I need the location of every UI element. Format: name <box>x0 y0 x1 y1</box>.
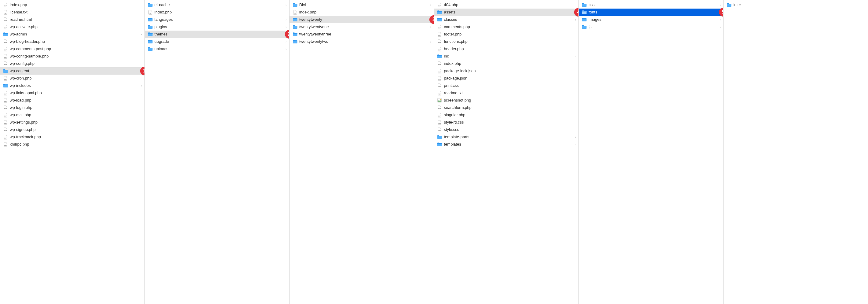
file-item[interactable]: PHPindex.php <box>0 1 145 8</box>
svg-text:PHP: PHP <box>4 115 7 117</box>
file-item[interactable]: PHPwp-comments-post.php <box>0 45 145 53</box>
file-icon: CSS <box>437 120 442 125</box>
folder-item[interactable]: fonts›5 <box>579 8 723 16</box>
file-item[interactable]: PHPwp-cron.php <box>0 75 145 82</box>
file-item[interactable]: PHPwp-config.php <box>0 60 145 67</box>
finder-column[interactable]: PHP404.phpassets›4classes›PHPcomments.ph… <box>434 0 579 304</box>
svg-text:PHP: PHP <box>4 122 7 124</box>
item-label: package-lock.json <box>444 67 576 75</box>
file-item[interactable]: PHPindex.php <box>434 60 579 67</box>
file-icon: PHP <box>3 90 8 95</box>
file-icon: PHP <box>437 25 442 29</box>
file-item[interactable]: PHPindex.php <box>145 8 289 16</box>
chevron-right-icon: › <box>719 18 721 21</box>
file-item[interactable]: screenshot.png <box>434 96 579 104</box>
folder-icon <box>437 142 442 147</box>
file-item[interactable]: CSSstyle.css <box>434 126 579 133</box>
annotation-badge: 4 <box>574 8 579 17</box>
finder-column[interactable]: css›fonts›5images›js› <box>579 0 723 304</box>
file-item[interactable]: PHPwp-mail.php <box>0 111 145 119</box>
item-label: twentytwentyone <box>299 23 429 31</box>
folder-item[interactable]: Divi› <box>289 1 434 8</box>
folder-item[interactable]: images› <box>579 16 723 23</box>
finder-column[interactable]: inter <box>723 0 868 304</box>
folder-icon <box>292 17 298 22</box>
folder-item[interactable]: js› <box>579 23 723 31</box>
file-icon: PHP <box>3 76 8 81</box>
folder-icon <box>148 47 153 51</box>
file-item[interactable]: PHPwp-trackback.php <box>0 133 145 141</box>
folder-item[interactable]: templates› <box>434 141 579 148</box>
svg-text:PHP: PHP <box>4 57 7 58</box>
folder-item[interactable]: classes› <box>434 16 579 23</box>
file-item[interactable]: PHPfunctions.php <box>434 38 579 45</box>
item-label: index.php <box>155 8 287 16</box>
item-label: wp-cron.php <box>10 75 142 82</box>
folder-item[interactable]: upgrade› <box>145 38 289 45</box>
folder-item[interactable]: wp-content›1 <box>0 67 145 75</box>
file-item[interactable]: PHPwp-links-opml.php <box>0 89 145 96</box>
item-label: js <box>589 23 718 31</box>
item-label: wp-comments-post.php <box>10 45 142 53</box>
file-item[interactable]: PHPsearchform.php <box>434 104 579 111</box>
file-item[interactable]: PHPwp-settings.php <box>0 119 145 126</box>
folder-item[interactable]: assets›4 <box>434 8 579 16</box>
file-item[interactable]: PHPcomments.php <box>434 23 579 31</box>
folder-item[interactable]: languages› <box>145 16 289 23</box>
folder-item[interactable]: css› <box>579 1 723 8</box>
file-item[interactable]: PHPwp-activate.php <box>0 23 145 31</box>
finder-column[interactable]: Divi›PHPindex.phptwentytwenty›3twentytwe… <box>289 0 434 304</box>
item-label: readme.txt <box>444 89 576 96</box>
folder-item[interactable]: inc› <box>434 53 579 60</box>
file-item[interactable]: PHPheader.php <box>434 45 579 53</box>
folder-item[interactable]: twentytwentytwo› <box>289 38 434 45</box>
finder-column[interactable]: et-cache›PHPindex.phplanguages›plugins›t… <box>145 0 289 304</box>
folder-item[interactable]: twentytwenty›3 <box>289 16 434 23</box>
file-item[interactable]: PHPwp-blog-header.php <box>0 38 145 45</box>
file-item[interactable]: PHPwp-load.php <box>0 96 145 104</box>
folder-item[interactable]: inter <box>723 1 868 8</box>
item-label: css <box>589 1 718 8</box>
file-item[interactable]: PHPindex.php <box>289 8 434 16</box>
svg-text:PHP: PHP <box>438 5 441 7</box>
annotation-badge: 5 <box>719 8 723 17</box>
file-item[interactable]: JSONpackage.json <box>434 75 579 82</box>
file-item[interactable]: PHPxmlrpc.php <box>0 141 145 148</box>
file-item[interactable]: PHPwp-login.php <box>0 104 145 111</box>
chevron-right-icon: › <box>141 32 142 36</box>
folder-icon <box>726 2 732 7</box>
item-label: themes <box>155 31 284 38</box>
folder-item[interactable]: themes›2 <box>145 31 289 38</box>
folder-item[interactable]: template-parts› <box>434 133 579 141</box>
folder-item[interactable]: twentytwentythree› <box>289 31 434 38</box>
svg-text:PHP: PHP <box>438 49 441 51</box>
item-label: wp-config-sample.php <box>10 53 142 60</box>
item-label: style-rtl.css <box>444 119 576 126</box>
item-label: wp-trackback.php <box>10 133 142 141</box>
svg-text:TXT: TXT <box>439 93 441 95</box>
file-item[interactable]: PHPsingular.php <box>434 111 579 119</box>
svg-text:PHP: PHP <box>4 137 7 139</box>
svg-text:CSS: CSS <box>438 130 441 132</box>
file-item[interactable]: PHPwp-config-sample.php <box>0 53 145 60</box>
file-item[interactable]: CSSstyle-rtl.css <box>434 119 579 126</box>
file-item[interactable]: CSSprint.css <box>434 82 579 89</box>
folder-item[interactable]: et-cache› <box>145 1 289 8</box>
chevron-right-icon: › <box>285 40 287 44</box>
finder-column[interactable]: PHPindex.phpTXTlicense.txtHTMLreadme.htm… <box>0 0 145 304</box>
file-item[interactable]: PHPfooter.php <box>434 31 579 38</box>
folder-item[interactable]: twentytwentyone› <box>289 23 434 31</box>
file-item[interactable]: TXTreadme.txt <box>434 89 579 96</box>
folder-item[interactable]: uploads› <box>145 45 289 53</box>
folder-item[interactable]: plugins› <box>145 23 289 31</box>
file-item[interactable]: PHPwp-signup.php <box>0 126 145 133</box>
folder-item[interactable]: wp-admin› <box>0 31 145 38</box>
item-label: twentytwentythree <box>299 31 429 38</box>
file-item[interactable]: PHP404.php <box>434 1 579 8</box>
chevron-right-icon: › <box>430 3 432 7</box>
file-item[interactable]: HTMLreadme.html <box>0 16 145 23</box>
file-item[interactable]: JSONpackage-lock.json <box>434 67 579 75</box>
file-item[interactable]: TXTlicense.txt <box>0 8 145 16</box>
svg-text:PHP: PHP <box>4 145 7 146</box>
folder-item[interactable]: wp-includes› <box>0 82 145 89</box>
